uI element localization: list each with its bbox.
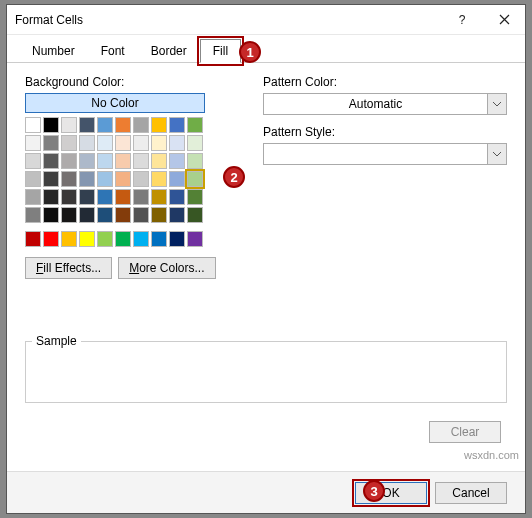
color-swatch[interactable] (25, 231, 41, 247)
color-swatch[interactable] (187, 135, 203, 151)
color-swatch[interactable] (115, 231, 131, 247)
color-swatch[interactable] (187, 117, 203, 133)
no-color-button[interactable]: No Color (25, 93, 205, 113)
color-swatch[interactable] (79, 135, 95, 151)
color-swatch[interactable] (169, 117, 185, 133)
tabstrip: Number Font Border Fill (7, 35, 525, 63)
sample-label: Sample (32, 334, 81, 348)
color-swatch[interactable] (43, 117, 59, 133)
color-swatch[interactable] (97, 153, 113, 169)
color-swatch[interactable] (25, 135, 41, 151)
color-swatch[interactable] (43, 189, 59, 205)
color-swatch[interactable] (115, 171, 131, 187)
chevron-down-icon (487, 93, 507, 115)
help-button[interactable]: ? (441, 5, 483, 35)
color-swatch[interactable] (97, 117, 113, 133)
color-swatch[interactable] (151, 189, 167, 205)
color-swatch[interactable] (115, 207, 131, 223)
color-swatch[interactable] (43, 171, 59, 187)
color-swatch[interactable] (61, 207, 77, 223)
titlebar: Format Cells ? (7, 5, 525, 35)
color-swatch[interactable] (169, 171, 185, 187)
color-palette (25, 117, 235, 223)
color-swatch[interactable] (133, 231, 149, 247)
color-swatch[interactable] (151, 117, 167, 133)
watermark: wsxdn.com (464, 449, 519, 461)
dialog-footer: OK Cancel (7, 471, 525, 513)
color-swatch[interactable] (79, 117, 95, 133)
color-swatch[interactable] (133, 207, 149, 223)
background-color-label: Background Color: (25, 75, 235, 89)
color-swatch[interactable] (97, 135, 113, 151)
color-swatch[interactable] (187, 153, 203, 169)
dialog-title: Format Cells (15, 13, 441, 27)
color-swatch[interactable] (25, 117, 41, 133)
color-swatch[interactable] (169, 207, 185, 223)
color-swatch[interactable] (97, 189, 113, 205)
tab-fill[interactable]: Fill (200, 39, 241, 63)
color-swatch[interactable] (25, 207, 41, 223)
color-swatch[interactable] (133, 135, 149, 151)
callout-3: 3 (363, 480, 385, 502)
color-swatch[interactable] (61, 171, 77, 187)
color-swatch[interactable] (133, 117, 149, 133)
color-swatch[interactable] (151, 153, 167, 169)
color-swatch[interactable] (187, 231, 203, 247)
color-swatch[interactable] (133, 189, 149, 205)
sample-group: Sample (25, 341, 507, 403)
fill-effects-button[interactable]: Fill Effects... (25, 257, 112, 279)
color-swatch[interactable] (169, 189, 185, 205)
callout-2: 2 (223, 166, 245, 188)
color-swatch[interactable] (79, 207, 95, 223)
color-swatch[interactable] (151, 135, 167, 151)
color-swatch[interactable] (43, 231, 59, 247)
color-swatch[interactable] (43, 207, 59, 223)
tab-number[interactable]: Number (19, 39, 88, 63)
color-swatch[interactable] (61, 117, 77, 133)
color-swatch[interactable] (115, 153, 131, 169)
color-swatch[interactable] (43, 153, 59, 169)
color-swatch[interactable] (25, 189, 41, 205)
color-swatch[interactable] (133, 171, 149, 187)
format-cells-dialog: Format Cells ? Number Font Border Fill B… (6, 4, 526, 514)
color-swatch[interactable] (151, 207, 167, 223)
more-colors-button[interactable]: More Colors... (118, 257, 215, 279)
color-swatch[interactable] (169, 153, 185, 169)
color-swatch[interactable] (97, 171, 113, 187)
color-swatch[interactable] (115, 189, 131, 205)
pattern-style-select[interactable] (263, 143, 507, 165)
color-swatch[interactable] (97, 207, 113, 223)
color-swatch[interactable] (169, 231, 185, 247)
color-swatch[interactable] (187, 207, 203, 223)
tab-border[interactable]: Border (138, 39, 200, 63)
pattern-color-select[interactable]: Automatic (263, 93, 507, 115)
color-swatch[interactable] (79, 231, 95, 247)
color-swatch[interactable] (187, 171, 203, 187)
cancel-button[interactable]: Cancel (435, 482, 507, 504)
color-swatch[interactable] (61, 135, 77, 151)
color-swatch[interactable] (61, 231, 77, 247)
pattern-color-label: Pattern Color: (263, 75, 507, 89)
tab-font[interactable]: Font (88, 39, 138, 63)
color-swatch[interactable] (115, 117, 131, 133)
color-swatch[interactable] (151, 231, 167, 247)
color-swatch[interactable] (151, 171, 167, 187)
color-swatch[interactable] (79, 171, 95, 187)
color-swatch[interactable] (169, 135, 185, 151)
close-icon (499, 14, 510, 25)
color-swatch[interactable] (25, 171, 41, 187)
callout-1: 1 (239, 41, 261, 63)
close-button[interactable] (483, 5, 525, 35)
clear-button[interactable]: Clear (429, 421, 501, 443)
color-swatch[interactable] (133, 153, 149, 169)
color-swatch[interactable] (61, 153, 77, 169)
color-swatch[interactable] (61, 189, 77, 205)
color-swatch[interactable] (187, 189, 203, 205)
color-swatch[interactable] (79, 153, 95, 169)
color-swatch[interactable] (97, 231, 113, 247)
color-swatch[interactable] (25, 153, 41, 169)
color-swatch[interactable] (115, 135, 131, 151)
color-swatch[interactable] (79, 189, 95, 205)
standard-colors-row (25, 231, 235, 247)
color-swatch[interactable] (43, 135, 59, 151)
